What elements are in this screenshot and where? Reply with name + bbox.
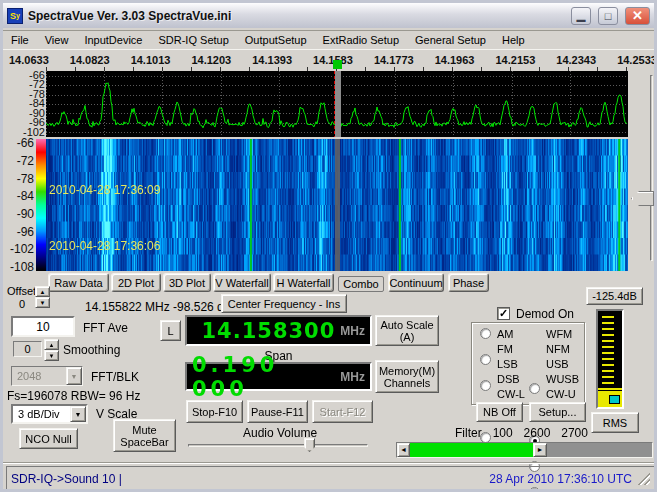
center-frequency-marker-handle[interactable] xyxy=(333,60,342,69)
audio-volume-label: Audio Volume xyxy=(243,426,317,440)
tab-v-waterfall[interactable]: V Waterfall xyxy=(213,273,271,292)
center-frequency-value: 14.158300 xyxy=(201,319,335,343)
tab-2d-plot[interactable]: 2D Plot xyxy=(111,273,161,292)
waterfall-y-tick: -90 xyxy=(3,208,34,221)
radio-fm[interactable] xyxy=(480,354,491,365)
memory-channels-button[interactable]: Memory(M) Channels xyxy=(375,360,439,393)
menu-extradio-setup[interactable]: ExtRadio Setup xyxy=(315,31,407,49)
offset-spinner[interactable]: ▲ ▼ xyxy=(35,286,50,308)
status-bar: SDR-IQ->Sound 10 | 28 Apr 2010 17:36:10 … xyxy=(6,466,657,491)
filter-slider-right-arrow-icon[interactable]: ► xyxy=(533,443,547,457)
radio-usb-label: USB xyxy=(546,358,569,370)
fft-ave-input[interactable] xyxy=(11,316,75,337)
app-logo-icon: Sy xyxy=(7,8,23,24)
signal-meter xyxy=(596,309,624,409)
pause-button[interactable]: Pause-F11 xyxy=(247,400,308,423)
meter-marker[interactable] xyxy=(609,395,620,404)
menu-general-setup[interactable]: General Setup xyxy=(407,31,494,49)
filter-passband[interactable] xyxy=(410,443,533,457)
menu-help[interactable]: Help xyxy=(494,31,533,49)
radio-cw-l-label: CW-L xyxy=(497,388,525,400)
offset-spin-up-icon[interactable]: ▲ xyxy=(35,286,50,297)
tab-combo[interactable]: Combo xyxy=(338,276,384,292)
menu-file[interactable]: File xyxy=(3,31,37,49)
x-tick: 14.2343 xyxy=(556,54,596,67)
tab-h-waterfall[interactable]: H Waterfall xyxy=(273,273,334,292)
radio-wfm[interactable] xyxy=(529,383,540,394)
v-scale-combo[interactable]: 3 dB/Div ▼ xyxy=(11,404,88,424)
center-frequency-ins-button[interactable]: Center Frequency - Ins xyxy=(221,294,347,313)
waterfall-y-tick: -102 xyxy=(3,243,34,256)
radio-lsb[interactable] xyxy=(480,380,491,391)
demod-on-checkbox[interactable]: ✓ xyxy=(497,307,510,320)
smoothing-spin-down-icon[interactable]: ▼ xyxy=(44,350,59,361)
waterfall-timestamp: 2010-04-28 17:36:06 xyxy=(49,239,160,253)
radio-am-label: AM xyxy=(497,328,514,340)
waterfall-y-tick: -96 xyxy=(3,226,34,239)
fft-blk-dropdown-icon[interactable]: ▼ xyxy=(66,367,82,385)
mute-button[interactable]: Mute SpaceBar xyxy=(113,419,176,452)
offset-spin-down-icon[interactable]: ▼ xyxy=(35,297,50,308)
maximize-button[interactable]: □ xyxy=(598,7,618,25)
status-datetime: 28 Apr 2010 17:36:10 UTC xyxy=(489,472,632,486)
tab-3d-plot[interactable]: 3D Plot xyxy=(163,273,211,292)
menu-sdriq-setup[interactable]: SDR-IQ Setup xyxy=(150,31,236,49)
waterfall-y-tick: -78 xyxy=(3,173,34,186)
x-tick: 14.1013 xyxy=(131,54,171,67)
filter-readout: Filter 100 2600 2700 xyxy=(455,426,588,440)
close-button[interactable]: ✕ xyxy=(625,7,650,25)
filter-value-high: 2700 xyxy=(561,426,588,440)
span-display[interactable]: 0.190 000 MHz xyxy=(185,362,372,391)
menu-inputdevice[interactable]: InputDevice xyxy=(76,31,150,49)
x-tick: 14.1203 xyxy=(191,54,231,67)
filter-slider-left-arrow-icon[interactable]: ◄ xyxy=(397,443,410,457)
fft-blk-combo[interactable]: 2048 ▼ xyxy=(11,366,83,386)
spectrum-plot[interactable] xyxy=(46,71,628,137)
audio-volume-track[interactable] xyxy=(188,444,368,447)
nco-null-button[interactable]: NCO Null xyxy=(19,428,78,449)
title-bar: Sy SpectraVue Ver. 3.03 SpectraVue.ini ▁… xyxy=(3,3,654,28)
stop-button[interactable]: Stop-F10 xyxy=(186,400,243,423)
tab-phase[interactable]: Phase xyxy=(448,273,489,292)
radio-cw-u-label: CW-U xyxy=(546,388,576,400)
tab-continuum[interactable]: Continuum xyxy=(388,273,444,292)
start-button[interactable]: Start-F12 xyxy=(312,400,373,423)
waterfall-scroll-track[interactable] xyxy=(650,75,653,261)
nb-off-button[interactable]: NB Off xyxy=(476,402,523,422)
filter-value-low: 100 xyxy=(493,426,513,440)
setup-button[interactable]: Setup... xyxy=(529,402,586,422)
rms-button[interactable]: RMS xyxy=(591,412,639,433)
smoothing-spin-up-icon[interactable]: ▲ xyxy=(44,339,59,350)
radio-dsb-label: DSB xyxy=(497,373,520,385)
app-window: Sy SpectraVue Ver. 3.03 SpectraVue.ini ▁… xyxy=(0,0,657,492)
auto-scale-label: Auto Scale xyxy=(380,319,433,331)
waterfall-color-scale xyxy=(36,139,46,271)
menu-bar: File View InputDevice SDR-IQ Setup Outpu… xyxy=(3,30,654,50)
x-tick: 14.0823 xyxy=(70,54,110,67)
mute-label2: SpaceBar xyxy=(120,436,168,448)
radio-am[interactable] xyxy=(480,328,491,339)
tab-raw-data[interactable]: Raw Data xyxy=(48,273,109,292)
meter-peak-line xyxy=(598,390,622,391)
menu-outputsetup[interactable]: OutputSetup xyxy=(237,31,315,49)
fs-rbw-text: Fs=196078 RBW= 96 Hz xyxy=(7,389,140,403)
radio-nfm-label: NFM xyxy=(546,343,570,355)
lock-button[interactable]: L xyxy=(160,320,181,341)
minimize-button[interactable]: ▁ xyxy=(571,7,591,25)
filter-slider[interactable]: ◄ ► xyxy=(396,442,653,458)
menu-view[interactable]: View xyxy=(37,31,77,49)
waterfall-scroll-thumb[interactable] xyxy=(631,191,654,206)
window-title: SpectraVue Ver. 3.03 SpectraVue.ini xyxy=(28,9,564,23)
smoothing-spinner[interactable]: ▲ ▼ xyxy=(44,339,59,361)
waterfall-y-tick: -66 xyxy=(3,137,34,150)
audio-volume-thumb[interactable] xyxy=(304,438,315,452)
filter-value-mid: 2600 xyxy=(524,426,551,440)
radio-wusb-label: WUSB xyxy=(546,373,579,385)
auto-scale-button[interactable]: Auto Scale (A) xyxy=(375,315,439,346)
span-unit: MHz xyxy=(340,370,365,384)
resize-grip[interactable] xyxy=(638,473,650,485)
center-frequency-display[interactable]: 14.158300 MHz xyxy=(185,315,372,346)
signal-level-button[interactable]: -125.4dB xyxy=(586,287,643,305)
x-tick: 14.0633 xyxy=(9,54,49,67)
v-scale-dropdown-icon[interactable]: ▼ xyxy=(70,406,86,422)
